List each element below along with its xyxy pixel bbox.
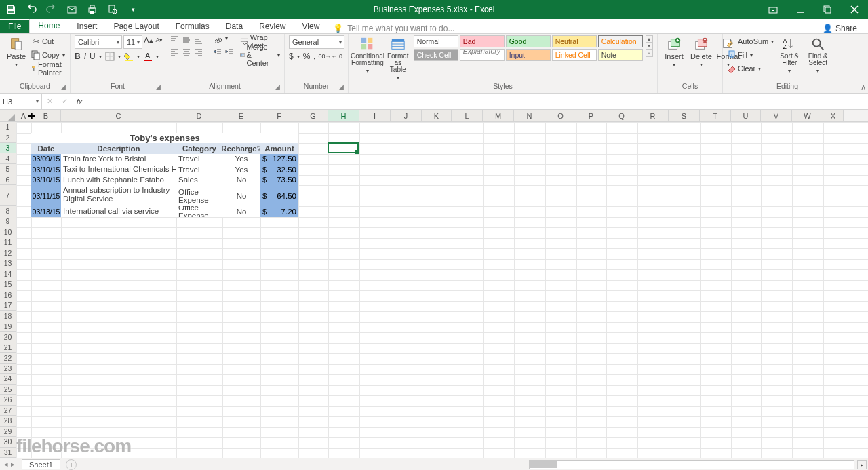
paste-button[interactable]: Paste ▾	[4, 35, 28, 69]
name-box[interactable]: H3	[0, 94, 42, 109]
share-button[interactable]: 👤 Share	[812, 24, 868, 33]
cell-recharge-4[interactable]: Yes	[222, 154, 260, 165]
cell-desc-4[interactable]: Train fare York to Bristol	[61, 154, 176, 165]
decrease-decimal-icon[interactable]: ←.0	[332, 52, 342, 61]
style-linked-cell[interactable]: Linked Cell	[552, 49, 597, 61]
row-header-5[interactable]: 5	[0, 164, 16, 174]
style-bad[interactable]: Bad	[460, 35, 505, 47]
tab-home[interactable]: Home	[29, 18, 68, 33]
ribbon-display-icon[interactable]	[760, 0, 787, 19]
col-header-M[interactable]: M	[483, 110, 514, 121]
row-header-26[interactable]: 26	[0, 395, 16, 405]
cell-styles-gallery[interactable]: NormalBadGoodNeutralCalculationCheck Cel…	[414, 35, 643, 61]
row-header-20[interactable]: 20	[0, 332, 16, 342]
worksheet-grid[interactable]: ABCDEFGHIJKLMNOPQRSTUVWX ✚ 1234567891011…	[0, 110, 868, 458]
row-header-22[interactable]: 22	[0, 353, 16, 363]
formula-bar[interactable]	[87, 94, 868, 109]
row-header-6[interactable]: 6	[0, 174, 16, 184]
sheet-tab-sheet1[interactable]: Sheet1	[22, 459, 60, 469]
horizontal-scrollbar[interactable]	[529, 460, 854, 469]
minimize-icon[interactable]	[787, 0, 814, 19]
row-header-2[interactable]: 2	[0, 132, 16, 142]
merge-center-button[interactable]: Merge & Center▾	[240, 49, 280, 61]
font-color-icon[interactable]: A	[143, 52, 153, 61]
cell-amount-5[interactable]: $32.50	[260, 164, 298, 175]
clipboard-launcher-icon[interactable]: ◢	[61, 83, 66, 90]
redo-icon[interactable]	[46, 4, 57, 15]
row-header-1[interactable]: 1	[0, 122, 16, 132]
save-icon[interactable]	[5, 4, 16, 15]
email-icon[interactable]	[66, 4, 77, 15]
align-right-icon[interactable]	[194, 47, 203, 57]
format-painter-button[interactable]: Format Painter	[31, 62, 66, 75]
column-resize-indicator[interactable]: ✚	[27, 110, 35, 122]
row-header-7[interactable]: 7	[0, 185, 16, 206]
col-header-K[interactable]: K	[422, 110, 452, 121]
cell-amount-6[interactable]: $73.50	[260, 175, 298, 186]
cell-desc-5[interactable]: Taxi to International Chemicals HQ	[61, 164, 176, 175]
row-header-31[interactable]: 31	[0, 448, 16, 458]
cell-desc-6[interactable]: Lunch with Stephanie Estabo	[61, 175, 176, 186]
font-launcher-icon[interactable]: ◢	[156, 83, 161, 90]
increase-decimal-icon[interactable]: .00→	[319, 52, 329, 61]
undo-icon[interactable]	[26, 4, 37, 15]
comma-format-icon[interactable]: ,	[313, 52, 315, 61]
cut-button[interactable]: ✂Cut	[31, 35, 66, 47]
tab-page-layout[interactable]: Page Layout	[105, 20, 167, 33]
row-header-18[interactable]: 18	[0, 311, 16, 321]
align-middle-icon[interactable]	[182, 35, 191, 45]
col-header-R[interactable]: R	[637, 110, 669, 121]
clear-button[interactable]: Clear▾	[727, 62, 774, 75]
delete-cells-button[interactable]: Delete▾	[689, 35, 713, 69]
cell-amount-4[interactable]: $127.50	[260, 154, 298, 165]
align-center-icon[interactable]	[182, 47, 191, 57]
enter-formula-icon[interactable]: ✓	[57, 97, 72, 106]
cell-date-6[interactable]: 03/10/15	[31, 175, 61, 186]
col-header-J[interactable]: J	[391, 110, 422, 121]
align-top-icon[interactable]	[170, 35, 179, 45]
row-header-28[interactable]: 28	[0, 416, 16, 426]
col-header-X[interactable]: X	[823, 110, 844, 121]
align-bottom-icon[interactable]	[194, 35, 203, 45]
cell-cat-5[interactable]: Travel	[176, 164, 222, 175]
cell-date-5[interactable]: 03/10/15	[31, 164, 61, 175]
style-note[interactable]: Note	[598, 49, 643, 61]
new-sheet-button[interactable]: +	[66, 459, 77, 470]
percent-format-icon[interactable]: %	[303, 52, 311, 61]
font-size-combo[interactable]: 11	[123, 35, 142, 49]
tell-me[interactable]: 💡 Tell me what you want to do...	[333, 24, 454, 33]
bold-button[interactable]: B	[75, 52, 81, 61]
cell-header-category[interactable]: Category	[176, 143, 222, 154]
col-header-N[interactable]: N	[514, 110, 545, 121]
accounting-format-icon[interactable]: $	[289, 52, 294, 61]
cell-date-8[interactable]: 03/13/15	[31, 206, 61, 217]
col-header-U[interactable]: U	[731, 110, 761, 121]
col-header-S[interactable]: S	[669, 110, 700, 121]
fill-button[interactable]: Fill▾	[727, 49, 774, 61]
cancel-formula-icon[interactable]: ✕	[42, 97, 57, 106]
col-header-O[interactable]: O	[545, 110, 576, 121]
col-header-Q[interactable]: Q	[606, 110, 637, 121]
increase-indent-icon[interactable]	[225, 47, 235, 57]
cell-header-date[interactable]: Date	[31, 143, 61, 154]
col-header-H[interactable]: H	[328, 110, 359, 121]
find-select-button[interactable]: Find & Select▾	[805, 35, 831, 75]
number-launcher-icon[interactable]: ◢	[339, 83, 344, 90]
cell-date-7[interactable]: 03/11/15	[31, 185, 61, 206]
cell-title[interactable]: Toby's expenses	[31, 133, 298, 144]
cell-header-description[interactable]: Description	[61, 143, 176, 154]
col-header-B[interactable]: B	[31, 110, 61, 121]
row-header-27[interactable]: 27	[0, 406, 16, 416]
cell-cat-6[interactable]: Sales	[176, 175, 222, 186]
decrease-indent-icon[interactable]	[213, 47, 222, 57]
style-input[interactable]: Input	[506, 49, 551, 61]
col-header-C[interactable]: C	[61, 110, 176, 121]
style-normal[interactable]: Normal	[414, 35, 458, 47]
cell-amount-7[interactable]: $64.50	[260, 185, 298, 206]
col-header-V[interactable]: V	[761, 110, 792, 121]
autosum-button[interactable]: ∑AutoSum▾	[727, 35, 774, 47]
alignment-launcher-icon[interactable]: ◢	[275, 83, 280, 90]
tab-file[interactable]: File	[0, 20, 29, 33]
col-header-I[interactable]: I	[359, 110, 391, 121]
italic-button[interactable]: I	[84, 52, 86, 61]
